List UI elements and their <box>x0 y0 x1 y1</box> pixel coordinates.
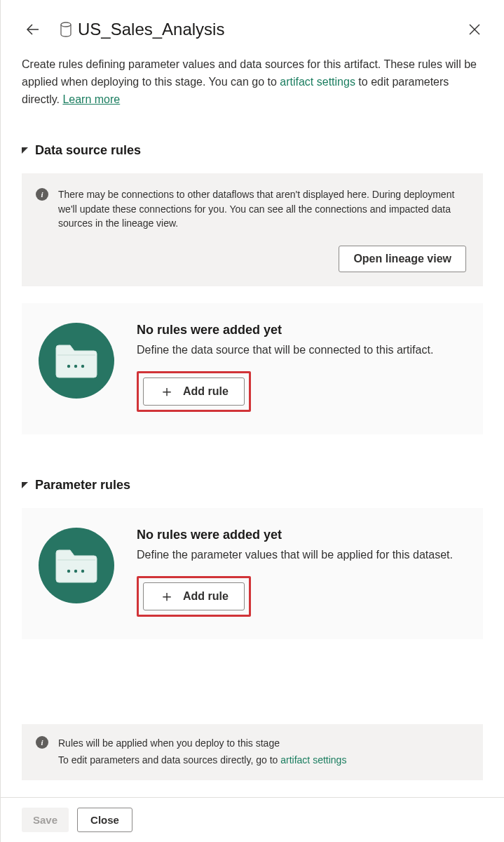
learn-more-link[interactable]: Learn more <box>62 93 120 105</box>
intro-text: Create rules defining parameter values a… <box>22 56 483 108</box>
data-source-section-header[interactable]: Data source rules <box>22 143 483 158</box>
folder-icon <box>39 528 114 603</box>
folder-icon <box>39 323 114 399</box>
dataset-icon <box>60 22 72 37</box>
artifact-settings-link[interactable]: artifact settings <box>280 76 355 88</box>
svg-point-1 <box>61 22 71 27</box>
parameter-empty-title: No rules were added yet <box>137 528 466 542</box>
parameter-section-header[interactable]: Parameter rules <box>22 478 483 493</box>
parameter-empty-card: No rules were added yet Define the param… <box>22 508 483 639</box>
highlight-annotation: ＋ Add rule <box>137 371 251 412</box>
close-bottom-button[interactable]: Close <box>77 808 132 832</box>
svg-point-6 <box>81 365 84 368</box>
svg-point-8 <box>74 570 77 573</box>
plus-icon: ＋ <box>159 589 175 604</box>
close-button[interactable] <box>465 20 484 41</box>
svg-point-4 <box>67 365 70 368</box>
chevron-icon <box>22 482 28 488</box>
parameter-empty-desc: Define the parameter values that will be… <box>137 547 466 563</box>
footer-line1: Rules will be applied when you deploy to… <box>58 735 346 752</box>
open-lineage-button[interactable]: Open lineage view <box>339 246 466 272</box>
highlight-annotation: ＋ Add rule <box>137 576 251 617</box>
chevron-icon <box>22 147 28 154</box>
footer-line2: To edit parameters and data sources dire… <box>58 754 280 766</box>
data-source-info-text: There may be connections to other datafl… <box>58 187 466 230</box>
info-icon: i <box>36 736 48 749</box>
bottom-bar: Save Close <box>1 797 504 842</box>
svg-point-5 <box>74 365 77 368</box>
close-icon <box>468 22 482 36</box>
parameter-title: Parameter rules <box>35 478 130 493</box>
data-source-title: Data source rules <box>35 143 141 158</box>
info-icon: i <box>36 188 48 201</box>
data-source-empty-title: No rules were added yet <box>137 323 466 338</box>
data-source-empty-desc: Define the data source that will be conn… <box>137 342 466 359</box>
add-data-source-rule-button[interactable]: ＋ Add rule <box>143 377 245 406</box>
svg-point-7 <box>67 570 70 573</box>
plus-icon: ＋ <box>159 384 175 399</box>
back-button[interactable] <box>20 17 46 42</box>
page-title: US_Sales_Analysis <box>78 20 224 39</box>
svg-point-9 <box>81 570 84 573</box>
add-parameter-rule-button[interactable]: ＋ Add rule <box>143 582 245 610</box>
footer-artifact-settings-link[interactable]: artifact settings <box>280 754 346 766</box>
data-source-empty-card: No rules were added yet Define the data … <box>22 303 483 434</box>
save-button[interactable]: Save <box>22 808 69 832</box>
arrow-left-icon <box>25 21 41 38</box>
footer-info-card: i Rules will be applied when you deploy … <box>22 724 483 780</box>
data-source-info-card: i There may be connections to other data… <box>22 173 483 286</box>
